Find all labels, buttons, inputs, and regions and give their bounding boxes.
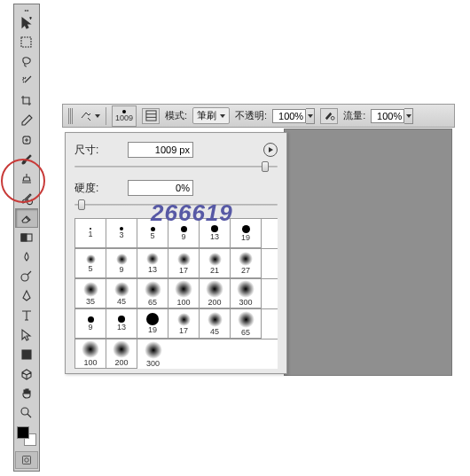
opacity-field[interactable] (272, 108, 315, 124)
soft-tip-icon (145, 341, 162, 359)
move-tool[interactable] (15, 13, 38, 33)
soft-tip-icon (114, 282, 129, 297)
pressure-opacity-toggle[interactable] (320, 108, 338, 124)
mode-dropdown[interactable]: 筆刷 (192, 107, 230, 124)
flow-input[interactable] (371, 109, 404, 123)
stamp-tool[interactable] (15, 169, 38, 189)
quickmask-button[interactable] (15, 451, 38, 469)
eyedropper-tool[interactable] (15, 111, 38, 130)
brush-preset[interactable]: 300 (137, 339, 168, 369)
brush-preset[interactable]: 27 (231, 249, 262, 278)
canvas-area[interactable] (284, 129, 452, 376)
soft-tip-icon (238, 311, 255, 328)
hard-tip-icon (211, 225, 218, 232)
brush-preset[interactable]: 45 (106, 279, 137, 308)
gradient-tool[interactable] (15, 228, 38, 247)
preset-size-label: 65 (241, 328, 250, 337)
brush-preset[interactable]: 9 (75, 309, 106, 339)
preset-size-label: 5 (88, 264, 92, 273)
brush-preset[interactable]: 100 (168, 279, 200, 308)
dodge-tool[interactable] (15, 267, 38, 286)
path-tool[interactable] (15, 325, 38, 345)
brush-preset[interactable]: 200 (200, 279, 231, 308)
svg-point-11 (331, 116, 334, 120)
shape-tool[interactable] (15, 345, 38, 364)
brush-preset[interactable]: 3 (106, 219, 137, 248)
brush-preset[interactable]: 5 (75, 249, 106, 278)
opacity-input[interactable] (272, 109, 306, 123)
crop-tool[interactable] (15, 91, 38, 111)
preset-size-label: 19 (241, 233, 250, 242)
brush-preset[interactable]: 21 (200, 249, 231, 278)
hard-tip-icon (118, 316, 125, 323)
hardness-input[interactable] (128, 180, 193, 196)
history-brush-tool[interactable] (15, 189, 38, 208)
soft-tip-icon (208, 253, 222, 266)
empty-cell (231, 339, 262, 369)
brush-preset[interactable]: 13 (200, 219, 231, 248)
brush-preset[interactable]: 100 (75, 339, 106, 369)
soft-tip-icon (82, 340, 99, 358)
lasso-tool[interactable] (15, 52, 38, 72)
flow-label: 流量: (343, 109, 365, 122)
brush-preset[interactable]: 9 (168, 219, 200, 248)
blur-tool[interactable] (15, 247, 38, 267)
preset-size-label: 13 (148, 265, 157, 274)
brush-panel-toggle[interactable] (142, 108, 160, 124)
soft-tip-icon (175, 280, 192, 298)
brush-preset[interactable]: 9 (106, 249, 137, 278)
preset-size-label: 200 (114, 358, 128, 367)
preset-size-label: 300 (239, 298, 252, 307)
pen-tool[interactable] (15, 286, 38, 306)
type-tool[interactable] (15, 306, 38, 325)
brush-preset[interactable]: 45 (200, 309, 231, 339)
brush-preset[interactable]: 35 (75, 279, 106, 308)
size-input[interactable] (128, 142, 193, 158)
tool-preset-dropdown[interactable] (79, 109, 100, 123)
brush-preset[interactable]: 65 (137, 279, 168, 308)
panel-menu-button[interactable] (263, 143, 278, 157)
flow-field[interactable] (371, 108, 413, 124)
preset-size-label: 17 (179, 326, 188, 335)
brush-preset[interactable]: 13 (106, 309, 137, 339)
brush-preset[interactable]: 1 (75, 219, 106, 248)
brush-preset[interactable]: 5 (137, 219, 168, 248)
zoom-tool[interactable] (15, 403, 38, 423)
marquee-tool[interactable] (15, 33, 38, 52)
hardness-slider[interactable] (74, 199, 278, 211)
3d-tool[interactable] (15, 364, 38, 384)
preset-size-label: 200 (208, 298, 221, 307)
brush-preset[interactable]: 300 (231, 279, 262, 308)
healing-tool[interactable] (15, 130, 38, 150)
color-swatches[interactable] (17, 426, 36, 446)
svg-point-3 (21, 274, 28, 281)
brush-preset[interactable]: 200 (106, 339, 137, 369)
preset-size-label: 17 (179, 266, 188, 275)
soft-tip-icon (177, 313, 191, 326)
preset-size-label: 65 (148, 298, 157, 307)
brush-preset[interactable]: 13 (137, 249, 168, 278)
brush-preset[interactable]: 65 (231, 309, 262, 339)
empty-cell (200, 339, 231, 369)
wand-tool[interactable] (15, 72, 38, 91)
soft-tip-icon (177, 253, 191, 266)
palette-grip[interactable]: •• (14, 6, 39, 13)
brush-tool[interactable] (15, 150, 38, 169)
brush-preset[interactable]: 19 (231, 219, 262, 248)
brush-preset[interactable]: 17 (168, 309, 200, 339)
preset-size-label: 13 (210, 232, 219, 241)
soft-tip-icon (237, 280, 255, 298)
preset-size-label: 45 (117, 297, 126, 306)
brush-preset[interactable]: 19 (137, 309, 168, 339)
foreground-swatch[interactable] (17, 426, 29, 439)
optionbar-grip[interactable] (68, 108, 74, 124)
soft-tip-icon (239, 252, 253, 266)
svg-rect-2 (21, 234, 27, 241)
preset-size-label: 9 (119, 265, 123, 274)
eraser-tool[interactable] (15, 208, 38, 228)
hand-tool[interactable] (15, 384, 38, 403)
brush-size-dropdown[interactable]: 1009 (112, 105, 137, 127)
brush-preset[interactable]: 17 (168, 249, 200, 278)
size-slider[interactable] (74, 160, 278, 173)
hard-tip-icon (242, 225, 250, 233)
